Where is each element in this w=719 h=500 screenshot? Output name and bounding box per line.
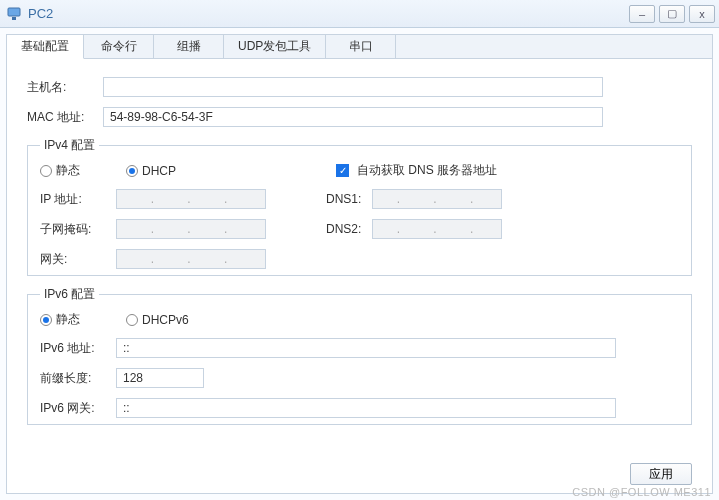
app-icon <box>6 6 22 22</box>
ipv4-fieldset: IPv4 配置 静态 DHCP ✓ 自动获取 DNS 服务器地址 <box>27 137 692 276</box>
hostname-label: 主机名: <box>27 79 103 96</box>
ipv4-auto-dns-label: 自动获取 DNS 服务器地址 <box>357 162 497 179</box>
svg-rect-0 <box>8 8 20 16</box>
radio-icon <box>40 314 52 326</box>
ipv6-addr-label: IPv6 地址: <box>40 340 116 357</box>
footer: 应用 <box>630 463 692 485</box>
content-area: 基础配置 命令行 组播 UDP发包工具 串口 主机名: MAC 地址: IPv4… <box>0 28 719 500</box>
radio-icon <box>126 314 138 326</box>
tab-serial[interactable]: 串口 <box>326 35 396 59</box>
dns2-input[interactable] <box>372 219 502 239</box>
ipv6-prefix-input[interactable] <box>116 368 204 388</box>
ipv4-legend: IPv4 配置 <box>40 137 99 154</box>
tab-bar: 基础配置 命令行 组播 UDP发包工具 串口 <box>7 35 712 59</box>
ipv4-radio-static[interactable]: 静态 <box>40 162 116 179</box>
check-icon: ✓ <box>336 164 349 177</box>
minimize-button[interactable]: – <box>629 5 655 23</box>
window-title: PC2 <box>28 6 53 21</box>
hostname-input[interactable] <box>103 77 603 97</box>
svg-rect-1 <box>12 17 16 20</box>
maximize-button[interactable]: ▢ <box>659 5 685 23</box>
ipv6-radio-static-label: 静态 <box>56 311 80 328</box>
mac-input[interactable] <box>103 107 603 127</box>
close-button[interactable]: x <box>689 5 715 23</box>
ipv6-prefix-label: 前缀长度: <box>40 370 116 387</box>
title-bar: PC2 – ▢ x <box>0 0 719 28</box>
mask-label: 子网掩码: <box>40 221 116 238</box>
radio-icon <box>40 165 52 177</box>
ipv6-fieldset: IPv6 配置 静态 DHCPv6 IPv6 地址: 前 <box>27 286 692 425</box>
ipv4-radio-dhcp[interactable]: DHCP <box>126 164 326 178</box>
ip-label: IP 地址: <box>40 191 116 208</box>
gw-label: 网关: <box>40 251 116 268</box>
ipv6-radio-dhcp[interactable]: DHCPv6 <box>126 313 189 327</box>
apply-button[interactable]: 应用 <box>630 463 692 485</box>
mask-input[interactable] <box>116 219 266 239</box>
ipv4-radio-dhcp-label: DHCP <box>142 164 176 178</box>
tab-multicast[interactable]: 组播 <box>154 35 224 59</box>
dns1-label: DNS1: <box>326 192 372 206</box>
dns1-input[interactable] <box>372 189 502 209</box>
main-panel: 基础配置 命令行 组播 UDP发包工具 串口 主机名: MAC 地址: IPv4… <box>6 34 713 494</box>
ipv6-gw-label: IPv6 网关: <box>40 400 116 417</box>
radio-icon <box>126 165 138 177</box>
ipv6-radio-dhcp-label: DHCPv6 <box>142 313 189 327</box>
mac-label: MAC 地址: <box>27 109 103 126</box>
ipv6-gw-input[interactable] <box>116 398 616 418</box>
tab-basic-config[interactable]: 基础配置 <box>7 35 84 59</box>
ipv4-auto-dns-checkbox[interactable]: ✓ 自动获取 DNS 服务器地址 <box>336 162 497 179</box>
ipv6-addr-input[interactable] <box>116 338 616 358</box>
tab-cli[interactable]: 命令行 <box>84 35 154 59</box>
tab-body: 主机名: MAC 地址: IPv4 配置 静态 DHCP <box>7 59 712 443</box>
ipv4-radio-static-label: 静态 <box>56 162 80 179</box>
dns2-label: DNS2: <box>326 222 372 236</box>
ipv6-legend: IPv6 配置 <box>40 286 99 303</box>
gw-input[interactable] <box>116 249 266 269</box>
tab-udp-tool[interactable]: UDP发包工具 <box>224 35 326 59</box>
ip-input[interactable] <box>116 189 266 209</box>
ipv6-radio-static[interactable]: 静态 <box>40 311 116 328</box>
